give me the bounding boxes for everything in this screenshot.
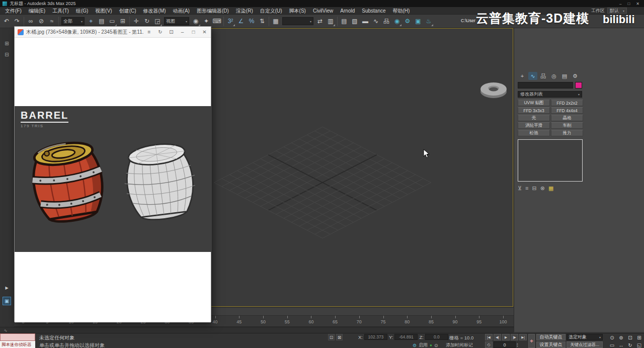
viewport-layout-add-icon[interactable]: ⊟ [3, 50, 11, 59]
select-and-move-icon[interactable]: ✛ [131, 16, 141, 27]
macro-recorder-field[interactable] [0, 333, 35, 341]
image-viewer-titlebar[interactable]: 木桶.jpg (736×548像素, 109KB) - 2345看图王 - 第1… [15, 27, 211, 38]
next-frame-button[interactable]: |▶ [511, 334, 518, 340]
modifier-button-6[interactable]: 涡轮平滑 [518, 122, 550, 129]
tab-hierarchy[interactable]: 品 [539, 72, 548, 80]
viewer-rotate-button[interactable]: ↻ [157, 29, 164, 35]
tab-display[interactable]: ▤ [560, 72, 569, 80]
show-end-result-icon[interactable]: ≡ [525, 185, 528, 192]
close-button[interactable]: ✕ [636, 2, 639, 6]
menu-item-7[interactable]: 动画(A) [170, 7, 193, 15]
select-and-link-icon[interactable]: ∞ [26, 16, 36, 27]
viewcube[interactable] [477, 75, 513, 105]
key-mode-toggle-button[interactable]: ◇ [485, 341, 493, 348]
window-crossing-toggle-icon[interactable]: ⊞ [118, 16, 128, 27]
tab-utilities[interactable]: ⚙ [571, 72, 580, 80]
gear-icon[interactable]: ⚙ [413, 343, 417, 348]
isolate-selection-toggle-icon[interactable]: ⊡ [328, 334, 335, 340]
menu-item-8[interactable]: 图形编辑器(D) [193, 7, 232, 15]
previous-frame-button[interactable]: ◀| [494, 334, 501, 340]
menu-item-5[interactable]: 创建(C) [116, 7, 140, 15]
use-pivot-point-center-icon[interactable]: ◉ [191, 16, 201, 27]
viewer-minimize-button[interactable]: – [179, 29, 186, 35]
zoom-region-icon[interactable]: ▭ [608, 341, 616, 348]
zoom-extents-all-icon[interactable]: ⊞ [635, 334, 643, 341]
auto-key-button[interactable]: 自动关键点 [536, 334, 566, 340]
zoom-extents-icon[interactable]: ⊡ [626, 334, 634, 341]
material-editor-icon[interactable]: ◉ [392, 16, 402, 27]
configure-modifier-sets-icon[interactable]: ▦ [548, 185, 553, 192]
select-and-rotate-icon[interactable]: ↻ [142, 16, 152, 27]
modifier-stack-list[interactable] [518, 139, 583, 182]
object-name-field[interactable] [518, 82, 573, 89]
maxscript-mini-listener[interactable]: 脚本迷你侦听器 [0, 341, 35, 348]
enable-label[interactable]: 启用 [419, 342, 428, 348]
percent-snap-toggle-icon[interactable]: % [247, 16, 257, 27]
angle-snap-toggle-icon[interactable]: ∠ [236, 16, 246, 27]
menu-item-1[interactable]: 编辑(E) [25, 7, 49, 15]
modifier-button-0[interactable]: UVW 贴图 [518, 100, 550, 106]
select-by-name-icon[interactable]: ▤ [97, 16, 107, 27]
menu-item-14[interactable]: Substance [358, 7, 389, 15]
redo-icon[interactable]: ↷ [12, 16, 22, 27]
dock-thumbnail-icon[interactable]: ▣ [3, 297, 11, 305]
modifier-button-5[interactable]: 晶格 [551, 115, 583, 121]
minimize-button[interactable]: – [619, 2, 621, 6]
scene-explorer-flyout-arrow[interactable]: ▶ [3, 284, 11, 292]
menu-item-11[interactable]: 脚本(S) [286, 7, 309, 15]
menu-item-3[interactable]: 组(G) [72, 7, 92, 15]
unlink-selection-icon[interactable]: ⊘ [36, 16, 46, 27]
image-viewer-canvas[interactable]: BARREL 179 TRIS [15, 38, 211, 322]
menu-item-4[interactable]: 视图(V) [92, 7, 115, 15]
modifier-button-3[interactable]: FFD 4x4x4 [551, 107, 583, 114]
rendered-frame-window-icon[interactable]: ▣ [413, 16, 423, 27]
tab-create[interactable]: + [518, 72, 527, 80]
selection-set-dropdown[interactable]: 选定对象 ▾ [567, 334, 603, 340]
snaps-toggle-icon[interactable]: 3² [225, 16, 235, 27]
schematic-view-icon[interactable]: 品 [381, 16, 391, 27]
key-filters-button[interactable]: 关键点过滤器... [567, 341, 603, 348]
render-setup-icon[interactable]: ⚙ [403, 16, 413, 27]
align-icon[interactable]: ▥ [326, 16, 336, 27]
pin-stack-icon[interactable]: ⊻ [518, 185, 522, 192]
keyboard-shortcut-override-icon[interactable]: ⌨ [212, 16, 222, 27]
y-coordinate-field[interactable]: -64.891 [394, 334, 418, 340]
undo-icon[interactable]: ↶ [2, 16, 12, 27]
modifier-button-4[interactable]: 壳 [518, 115, 550, 121]
modifier-button-2[interactable]: FFD 3x3x3 [518, 107, 550, 114]
make-unique-icon[interactable]: ⊟ [532, 185, 536, 192]
menu-item-0[interactable]: 文件(F) [2, 7, 25, 15]
select-and-scale-icon[interactable]: ◲ [152, 16, 163, 27]
reference-coordinate-system-dropdown[interactable]: 视图▾ [164, 17, 189, 25]
modifier-button-9[interactable]: 推力 [551, 130, 583, 136]
toggle-ribbon-icon[interactable]: ▬ [360, 16, 370, 27]
remove-modifier-icon[interactable]: ⊗ [540, 185, 545, 192]
pan-view-icon[interactable]: ↔ [617, 341, 625, 348]
menu-item-10[interactable]: 自定义(U) [257, 7, 286, 15]
clock-icon[interactable]: ⊙ [434, 343, 438, 348]
toggle-scene-explorer-icon[interactable]: ▤ [339, 16, 349, 27]
menu-item-15[interactable]: 帮助(H) [389, 7, 414, 15]
mirror-icon[interactable]: ⇄ [315, 16, 325, 27]
render-production-icon[interactable]: ♨ [424, 16, 434, 27]
viewer-close-button[interactable]: ✕ [201, 29, 208, 35]
named-selection-sets-dropdown[interactable]: ▾ [282, 17, 313, 25]
selection-region-icon[interactable]: ▭ [107, 16, 117, 27]
x-coordinate-field[interactable]: 102.373 [364, 334, 387, 340]
curve-editor-icon[interactable]: ∿ [371, 16, 381, 27]
set-key-button[interactable]: 设置关键点 [536, 341, 566, 348]
zoom-icon[interactable]: ⊙ [608, 334, 616, 341]
modifier-button-8[interactable]: 松弛 [518, 130, 550, 136]
menu-item-13[interactable]: Arnold [337, 7, 358, 15]
go-to-start-button[interactable]: |◀ [485, 334, 493, 340]
modifier-button-1[interactable]: FFD 2x2x2 [551, 100, 583, 106]
modifier-button-7[interactable]: 车削 [551, 122, 583, 129]
tab-modify[interactable]: ∿ [528, 72, 537, 80]
menu-item-2[interactable]: 工具(T) [49, 7, 72, 15]
orbit-icon[interactable]: ↻ [626, 341, 634, 348]
tab-motion[interactable]: ◎ [549, 72, 558, 80]
object-color-swatch[interactable] [575, 82, 582, 89]
play-button[interactable]: ▶ [502, 334, 510, 340]
viewport-layout-tabs-icon[interactable]: ⊞ [3, 39, 11, 48]
zoom-all-icon[interactable]: ⊚ [617, 334, 625, 341]
